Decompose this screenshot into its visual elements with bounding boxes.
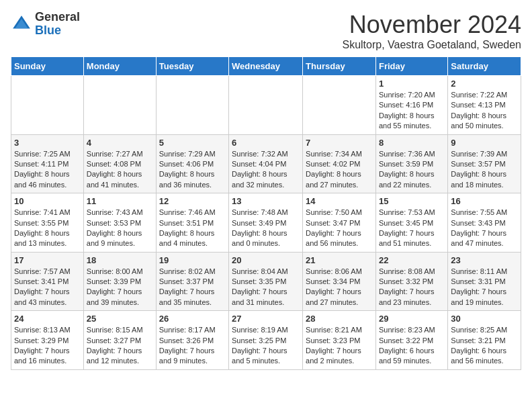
calendar-cell: 2Sunrise: 7:22 AM Sunset: 4:13 PM Daylig… <box>448 76 521 135</box>
day-number: 30 <box>451 314 518 324</box>
weekday-header-saturday: Saturday <box>448 57 521 76</box>
title-section: November 2024 Skultorp, Vaestra Goetalan… <box>342 11 521 51</box>
calendar-cell <box>83 76 156 135</box>
calendar-cell: 9Sunrise: 7:39 AM Sunset: 3:57 PM Daylig… <box>448 134 521 193</box>
day-number: 6 <box>232 138 300 148</box>
calendar-cell: 30Sunrise: 8:25 AM Sunset: 3:21 PM Dayli… <box>448 311 521 370</box>
logo-blue-text: Blue <box>35 24 61 37</box>
day-number: 25 <box>87 314 153 324</box>
calendar-cell: 4Sunrise: 7:27 AM Sunset: 4:08 PM Daylig… <box>83 134 156 193</box>
day-info: Sunrise: 7:43 AM Sunset: 3:53 PM Dayligh… <box>87 208 153 249</box>
calendar-cell <box>229 76 303 135</box>
calendar-cell: 13Sunrise: 7:48 AM Sunset: 3:49 PM Dayli… <box>229 193 303 253</box>
day-number: 17 <box>14 255 81 265</box>
day-number: 11 <box>87 196 153 206</box>
day-number: 23 <box>451 255 518 265</box>
day-number: 3 <box>14 138 81 148</box>
calendar-cell: 19Sunrise: 8:02 AM Sunset: 3:37 PM Dayli… <box>156 252 228 311</box>
weekday-header-monday: Monday <box>83 57 156 76</box>
day-info: Sunrise: 8:08 AM Sunset: 3:32 PM Dayligh… <box>379 267 445 308</box>
day-number: 29 <box>379 314 445 324</box>
day-info: Sunrise: 8:25 AM Sunset: 3:21 PM Dayligh… <box>451 325 518 367</box>
day-info: Sunrise: 8:06 AM Sunset: 3:34 PM Dayligh… <box>306 267 373 308</box>
day-info: Sunrise: 7:32 AM Sunset: 4:04 PM Dayligh… <box>232 149 300 191</box>
day-info: Sunrise: 7:48 AM Sunset: 3:49 PM Dayligh… <box>232 208 300 249</box>
day-number: 4 <box>87 138 153 148</box>
calendar-cell: 3Sunrise: 7:25 AM Sunset: 4:11 PM Daylig… <box>11 134 84 193</box>
day-number: 26 <box>159 314 226 324</box>
day-info: Sunrise: 7:57 AM Sunset: 3:41 PM Dayligh… <box>14 267 81 308</box>
day-info: Sunrise: 7:50 AM Sunset: 3:47 PM Dayligh… <box>306 208 373 249</box>
calendar-cell: 5Sunrise: 7:29 AM Sunset: 4:06 PM Daylig… <box>156 134 228 193</box>
calendar-cell: 14Sunrise: 7:50 AM Sunset: 3:47 PM Dayli… <box>303 193 376 253</box>
day-info: Sunrise: 8:15 AM Sunset: 3:27 PM Dayligh… <box>87 325 153 367</box>
day-number: 14 <box>306 196 373 206</box>
calendar-cell: 12Sunrise: 7:46 AM Sunset: 3:51 PM Dayli… <box>156 193 228 253</box>
day-number: 12 <box>159 196 226 206</box>
calendar-cell: 15Sunrise: 7:53 AM Sunset: 3:45 PM Dayli… <box>375 193 447 253</box>
calendar-cell: 28Sunrise: 8:21 AM Sunset: 3:23 PM Dayli… <box>303 311 376 370</box>
calendar-week-2: 3Sunrise: 7:25 AM Sunset: 4:11 PM Daylig… <box>11 134 521 193</box>
day-number: 15 <box>379 196 445 206</box>
weekday-header-tuesday: Tuesday <box>156 57 228 76</box>
day-number: 1 <box>379 79 445 89</box>
day-number: 28 <box>306 314 373 324</box>
day-info: Sunrise: 8:21 AM Sunset: 3:23 PM Dayligh… <box>306 325 373 367</box>
calendar-week-4: 17Sunrise: 7:57 AM Sunset: 3:41 PM Dayli… <box>11 252 521 311</box>
calendar-cell: 25Sunrise: 8:15 AM Sunset: 3:27 PM Dayli… <box>83 311 156 370</box>
day-number: 7 <box>306 138 373 148</box>
day-number: 8 <box>379 138 445 148</box>
day-number: 16 <box>451 196 518 206</box>
calendar-cell: 20Sunrise: 8:04 AM Sunset: 3:35 PM Dayli… <box>229 252 303 311</box>
day-info: Sunrise: 7:41 AM Sunset: 3:55 PM Dayligh… <box>14 208 81 249</box>
day-info: Sunrise: 8:13 AM Sunset: 3:29 PM Dayligh… <box>14 325 81 367</box>
day-info: Sunrise: 8:11 AM Sunset: 3:31 PM Dayligh… <box>451 267 518 308</box>
calendar-cell: 21Sunrise: 8:06 AM Sunset: 3:34 PM Dayli… <box>303 252 376 311</box>
day-number: 18 <box>87 255 153 265</box>
header: General Blue November 2024 Skultorp, Vae… <box>11 11 521 51</box>
day-info: Sunrise: 8:02 AM Sunset: 3:37 PM Dayligh… <box>159 267 226 308</box>
day-info: Sunrise: 8:04 AM Sunset: 3:35 PM Dayligh… <box>232 267 300 308</box>
logo: General Blue <box>11 11 80 38</box>
calendar-cell <box>156 76 228 135</box>
calendar-cell: 24Sunrise: 8:13 AM Sunset: 3:29 PM Dayli… <box>11 311 84 370</box>
calendar-week-5: 24Sunrise: 8:13 AM Sunset: 3:29 PM Dayli… <box>11 311 521 370</box>
calendar-cell: 1Sunrise: 7:20 AM Sunset: 4:16 PM Daylig… <box>375 76 447 135</box>
calendar-cell: 7Sunrise: 7:34 AM Sunset: 4:02 PM Daylig… <box>303 134 376 193</box>
calendar: SundayMondayTuesdayWednesdayThursdayFrid… <box>11 56 521 370</box>
day-number: 27 <box>232 314 300 324</box>
day-info: Sunrise: 7:55 AM Sunset: 3:43 PM Dayligh… <box>451 208 518 249</box>
logo-general-text: General <box>35 10 80 24</box>
day-number: 24 <box>14 314 81 324</box>
calendar-cell: 26Sunrise: 8:17 AM Sunset: 3:26 PM Dayli… <box>156 311 228 370</box>
logo-icon <box>11 13 32 35</box>
day-info: Sunrise: 7:36 AM Sunset: 3:59 PM Dayligh… <box>379 149 445 191</box>
day-info: Sunrise: 8:17 AM Sunset: 3:26 PM Dayligh… <box>159 325 226 367</box>
calendar-week-1: 1Sunrise: 7:20 AM Sunset: 4:16 PM Daylig… <box>11 76 521 135</box>
calendar-cell <box>303 76 376 135</box>
calendar-cell <box>11 76 84 135</box>
day-info: Sunrise: 7:46 AM Sunset: 3:51 PM Dayligh… <box>159 208 226 249</box>
calendar-cell: 10Sunrise: 7:41 AM Sunset: 3:55 PM Dayli… <box>11 193 84 253</box>
weekday-header-row: SundayMondayTuesdayWednesdayThursdayFrid… <box>11 57 521 76</box>
day-info: Sunrise: 7:29 AM Sunset: 4:06 PM Dayligh… <box>159 149 226 191</box>
day-number: 20 <box>232 255 300 265</box>
calendar-cell: 29Sunrise: 8:23 AM Sunset: 3:22 PM Dayli… <box>375 311 447 370</box>
calendar-week-3: 10Sunrise: 7:41 AM Sunset: 3:55 PM Dayli… <box>11 193 521 253</box>
month-title: November 2024 <box>342 11 521 39</box>
calendar-cell: 18Sunrise: 8:00 AM Sunset: 3:39 PM Dayli… <box>83 252 156 311</box>
calendar-cell: 22Sunrise: 8:08 AM Sunset: 3:32 PM Dayli… <box>375 252 447 311</box>
calendar-cell: 16Sunrise: 7:55 AM Sunset: 3:43 PM Dayli… <box>448 193 521 253</box>
day-number: 10 <box>14 196 81 206</box>
day-info: Sunrise: 8:23 AM Sunset: 3:22 PM Dayligh… <box>379 325 445 367</box>
day-number: 13 <box>232 196 300 206</box>
day-number: 21 <box>306 255 373 265</box>
day-info: Sunrise: 7:34 AM Sunset: 4:02 PM Dayligh… <box>306 149 373 191</box>
day-number: 19 <box>159 255 226 265</box>
day-info: Sunrise: 7:20 AM Sunset: 4:16 PM Dayligh… <box>379 90 445 132</box>
calendar-cell: 11Sunrise: 7:43 AM Sunset: 3:53 PM Dayli… <box>83 193 156 253</box>
calendar-cell: 8Sunrise: 7:36 AM Sunset: 3:59 PM Daylig… <box>375 134 447 193</box>
day-number: 5 <box>159 138 226 148</box>
day-info: Sunrise: 7:22 AM Sunset: 4:13 PM Dayligh… <box>451 90 518 132</box>
day-info: Sunrise: 8:00 AM Sunset: 3:39 PM Dayligh… <box>87 267 153 308</box>
